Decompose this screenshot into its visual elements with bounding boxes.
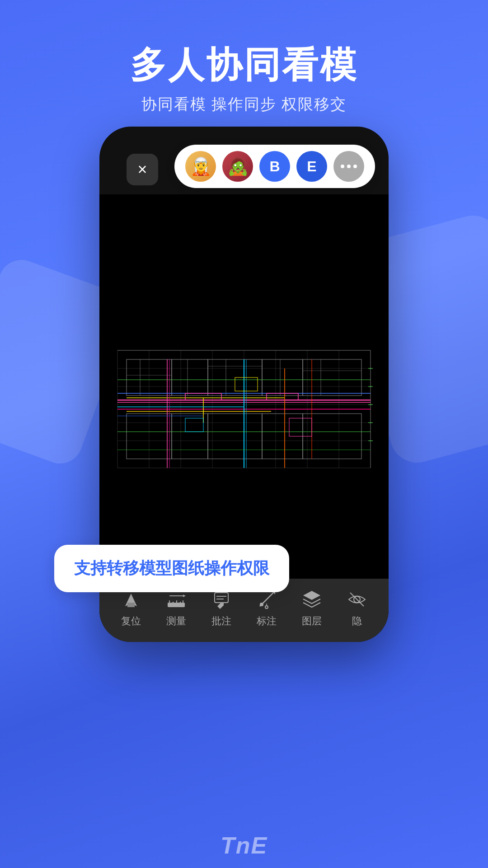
- reset-label: 复位: [121, 614, 141, 628]
- cad-viewport[interactable]: [99, 194, 389, 579]
- svg-rect-63: [127, 603, 135, 607]
- toolbar-item-hide[interactable]: 隐: [346, 588, 368, 628]
- bottom-logo: TnE: [221, 832, 267, 859]
- toolbar-item-measure[interactable]: 测量: [165, 588, 188, 628]
- avatar-user2[interactable]: 🧟: [222, 151, 253, 182]
- avatar-user-e[interactable]: E: [296, 151, 327, 182]
- svg-rect-17: [172, 359, 208, 396]
- main-title: 多人协同看模: [0, 45, 488, 85]
- avatar-more[interactable]: [333, 151, 364, 182]
- svg-marker-81: [303, 591, 320, 600]
- svg-rect-22: [172, 414, 208, 459]
- measure-label: 测量: [166, 614, 186, 628]
- toolbar-item-annotate[interactable]: 批注: [210, 588, 233, 628]
- toolbar-item-layers[interactable]: 图层: [300, 588, 323, 628]
- svg-point-0: [341, 165, 344, 168]
- info-bubble-text: 支持转移模型图纸操作权限: [74, 559, 269, 577]
- hide-label: 隐: [352, 614, 362, 628]
- svg-point-2: [353, 165, 357, 168]
- annotate-label: 批注: [211, 614, 231, 628]
- close-button[interactable]: ×: [127, 154, 158, 185]
- svg-point-1: [347, 165, 351, 168]
- toolbar-item-mark[interactable]: 标注: [255, 588, 278, 628]
- svg-rect-19: [262, 359, 303, 396]
- svg-point-79: [265, 606, 268, 609]
- svg-rect-72: [215, 593, 228, 603]
- svg-rect-64: [168, 603, 185, 607]
- svg-marker-71: [183, 594, 186, 597]
- info-bubble: 支持转移模型图纸操作权限: [54, 545, 289, 592]
- avatar-user-b[interactable]: B: [259, 151, 290, 182]
- mark-label: 标注: [257, 614, 277, 628]
- cad-drawing: [113, 341, 375, 477]
- svg-rect-60: [185, 418, 203, 432]
- layers-label: 图层: [302, 614, 322, 628]
- svg-marker-75: [217, 603, 224, 609]
- participants-bar: 🧝 🧟 B E: [174, 145, 375, 188]
- svg-point-77: [260, 603, 263, 606]
- hide-icon: [346, 588, 368, 611]
- avatar-user1[interactable]: 🧝: [185, 151, 216, 182]
- logo-text: TnE: [221, 832, 267, 859]
- toolbar-item-reset[interactable]: 复位: [120, 588, 142, 628]
- main-subtitle: 协同看模 操作同步 权限移交: [0, 94, 488, 115]
- svg-rect-23: [208, 414, 262, 459]
- svg-rect-61: [289, 418, 312, 436]
- header-section: 多人协同看模 协同看模 操作同步 权限移交: [0, 0, 488, 142]
- close-icon: ×: [137, 161, 147, 178]
- svg-line-83: [350, 593, 364, 606]
- layers-icon: [300, 588, 323, 611]
